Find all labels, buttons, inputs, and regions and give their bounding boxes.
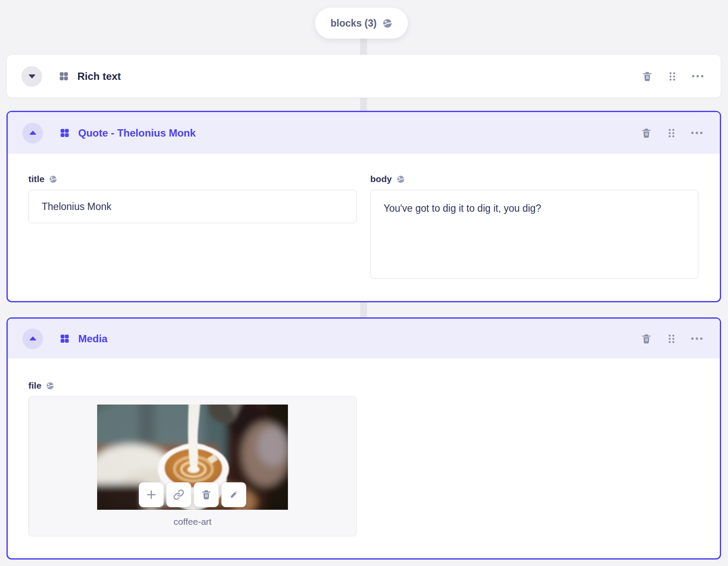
globe-icon	[397, 175, 405, 183]
grid-icon	[59, 128, 70, 138]
globe-icon	[46, 382, 54, 390]
globe-icon	[49, 175, 57, 183]
grid-icon	[58, 71, 69, 82]
file-preview[interactable]	[97, 405, 288, 510]
link-icon	[173, 489, 184, 500]
drag-dots-icon	[667, 334, 676, 344]
file-upload-card: coffee-art	[28, 396, 357, 536]
pencil-icon	[228, 489, 239, 500]
chevron-up-icon	[28, 335, 37, 343]
edit-file-button[interactable]	[221, 482, 246, 507]
blocks-count-label: blocks (3)	[330, 18, 376, 29]
block-title: Rich text	[77, 70, 121, 82]
trash-icon	[641, 128, 652, 139]
add-button[interactable]	[139, 482, 164, 507]
more-options-button[interactable]	[691, 131, 703, 134]
block-header: Quote - Thelonius Monk	[8, 112, 720, 154]
block-header: Rich text	[7, 66, 721, 87]
grid-icon	[59, 333, 70, 344]
globe-icon	[382, 18, 392, 28]
field-label: title	[28, 173, 357, 185]
chevron-up-icon	[28, 129, 37, 137]
field-label-text: file	[28, 380, 41, 391]
drag-dots-icon	[668, 71, 676, 82]
trash-icon	[641, 333, 652, 344]
remove-file-button[interactable]	[194, 482, 219, 507]
field-label-text: title	[28, 173, 44, 185]
blocks-count-pill: blocks (3)	[315, 8, 408, 39]
field-label: body	[370, 173, 699, 185]
delete-block-button[interactable]	[641, 333, 652, 344]
more-options-button[interactable]	[692, 75, 704, 78]
collapse-toggle-button[interactable]	[22, 123, 43, 143]
file-action-toolbar	[139, 482, 246, 507]
block-rich-text: Rich text	[6, 55, 721, 98]
ellipsis-icon	[691, 131, 703, 134]
trash-icon	[201, 489, 212, 500]
ellipsis-icon	[692, 75, 704, 78]
collapse-toggle-button[interactable]	[22, 329, 43, 349]
body-textarea[interactable]: You've got to dig it to dig it, you dig?	[370, 190, 699, 279]
drag-handle[interactable]	[667, 128, 676, 138]
chevron-down-icon	[28, 72, 37, 80]
drag-handle[interactable]	[667, 334, 676, 344]
collapse-toggle-button[interactable]	[21, 66, 42, 87]
plus-icon	[145, 489, 157, 501]
drag-dots-icon	[667, 128, 676, 138]
ellipsis-icon	[691, 337, 703, 340]
block-header: Media	[8, 319, 720, 359]
delete-block-button[interactable]	[642, 71, 653, 82]
block-media: Media	[6, 317, 721, 560]
drag-handle[interactable]	[668, 71, 676, 82]
title-field-group: title	[28, 173, 357, 280]
title-input[interactable]	[28, 190, 357, 223]
file-name: coffee-art	[174, 517, 211, 527]
link-button[interactable]	[166, 482, 191, 507]
delete-block-button[interactable]	[641, 128, 652, 139]
block-quote: Quote - Thelonius Monk	[6, 111, 721, 302]
field-label-text: body	[370, 173, 392, 185]
block-title: Quote - Thelonius Monk	[78, 127, 196, 139]
blocks-field-editor: blocks (3) Rich text	[0, 0, 728, 566]
field-label: file	[28, 380, 699, 391]
more-options-button[interactable]	[691, 337, 703, 340]
block-title: Media	[78, 333, 107, 345]
body-field-group: body You've got to dig it to dig it, you…	[370, 173, 699, 280]
trash-icon	[642, 71, 653, 82]
